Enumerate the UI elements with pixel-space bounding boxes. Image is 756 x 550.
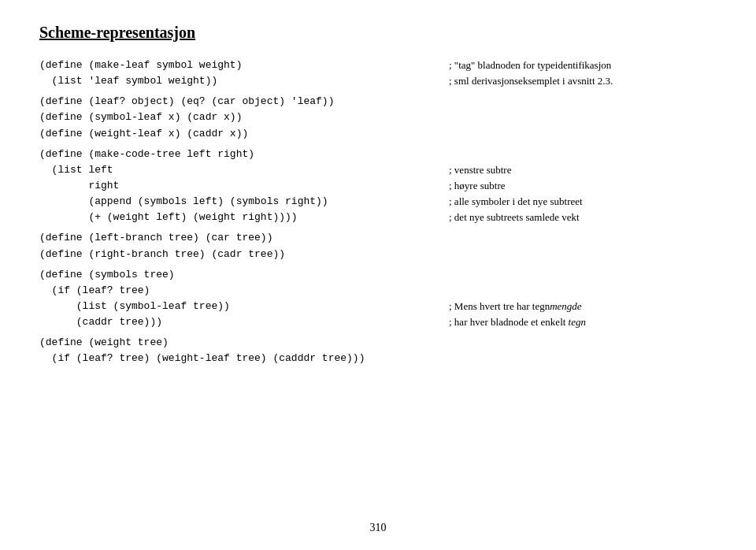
code-line-11: (define (left-branch tree) (car tree)) xyxy=(39,230,717,246)
code-left-17: (define (weight tree) xyxy=(39,335,449,351)
code-line-2: (list 'leaf symbol weight)) ; sml deriva… xyxy=(39,73,717,89)
code-line-17: (define (weight tree) xyxy=(39,335,717,351)
page-number: 310 xyxy=(370,522,387,534)
code-left-1: (define (make-leaf symbol weight) xyxy=(39,58,449,73)
code-line-1: (define (make-leaf symbol weight) ; "tag… xyxy=(39,58,717,73)
code-line-6: (define (make-code-tree left right) xyxy=(39,147,717,162)
code-left-12: (define (right-branch tree) (cadr tree)) xyxy=(39,247,449,262)
code-left-4: (define (symbol-leaf x) (cadr x)) xyxy=(39,110,449,125)
code-left-6: (define (make-code-tree left right) xyxy=(39,147,449,162)
code-left-3: (define (leaf? object) (eq? (car object)… xyxy=(39,94,449,110)
code-left-14: (if (leaf? tree) xyxy=(39,283,449,299)
code-right-6 xyxy=(449,147,717,162)
code-line-12: (define (right-branch tree) (cadr tree)) xyxy=(39,247,717,262)
code-right-14 xyxy=(449,283,717,299)
code-left-10: (+ (weight left) (weight right)))) xyxy=(39,210,449,225)
code-right-11 xyxy=(449,230,717,246)
code-line-5: (define (weight-leaf x) (caddr x)) xyxy=(39,126,717,142)
code-left-8: right xyxy=(39,178,449,194)
code-right-18 xyxy=(449,351,717,366)
code-comment-10: ; det nye subtreets samlede vekt xyxy=(449,210,717,225)
mengde-italic: mengde xyxy=(550,300,581,312)
code-line-16: (caddr tree))) ; har hver bladnode et en… xyxy=(39,314,717,330)
code-section: (define (make-leaf symbol weight) ; "tag… xyxy=(39,58,717,367)
code-line-8: right ; høyre subtre xyxy=(39,178,717,194)
code-right-12 xyxy=(449,247,717,262)
code-right-5 xyxy=(449,126,717,142)
code-line-4: (define (symbol-leaf x) (cadr x)) xyxy=(39,110,717,125)
page-title: Scheme-representasjon xyxy=(39,24,717,42)
code-line-7: (list left ; venstre subtre xyxy=(39,162,717,178)
code-line-14: (if (leaf? tree) xyxy=(39,283,717,299)
code-left-9: (append (symbols left) (symbols right)) xyxy=(39,194,449,210)
code-comment-15: ; Mens hvert tre har tegnmengde xyxy=(449,299,717,314)
code-line-15: (list (symbol-leaf tree)) ; Mens hvert t… xyxy=(39,299,717,314)
code-comment-9: ; alle symboler i det nye subtreet xyxy=(449,194,717,210)
code-line-9: (append (symbols left) (symbols right)) … xyxy=(39,194,717,210)
tegn-italic: tegn xyxy=(569,316,586,328)
page-container: Scheme-representasjon (define (make-leaf… xyxy=(0,0,756,550)
code-left-15: (list (symbol-leaf tree)) xyxy=(39,299,449,314)
code-left-18: (if (leaf? tree) (weight-leaf tree) (cad… xyxy=(39,351,449,366)
code-right-17 xyxy=(449,335,717,351)
code-right-3 xyxy=(449,94,717,110)
code-comment-16: ; har hver bladnode et enkelt tegn xyxy=(449,314,717,330)
code-comment-7: ; venstre subtre xyxy=(449,162,717,178)
code-comment-8: ; høyre subtre xyxy=(449,178,717,194)
code-left-5: (define (weight-leaf x) (caddr x)) xyxy=(39,126,449,142)
code-line-10: (+ (weight left) (weight right)))) ; det… xyxy=(39,210,717,225)
code-left-11: (define (left-branch tree) (car tree)) xyxy=(39,230,449,246)
code-left-13: (define (symbols tree) xyxy=(39,267,449,283)
code-line-3: (define (leaf? object) (eq? (car object)… xyxy=(39,94,717,110)
code-left-7: (list left xyxy=(39,162,449,178)
code-left-16: (caddr tree))) xyxy=(39,314,449,330)
code-line-13: (define (symbols tree) xyxy=(39,267,717,283)
code-line-18: (if (leaf? tree) (weight-leaf tree) (cad… xyxy=(39,351,717,366)
code-comment-2: ; sml derivasjonseksemplet i avsnitt 2.3… xyxy=(449,73,717,89)
code-right-4 xyxy=(449,110,717,125)
code-right-13 xyxy=(449,267,717,283)
code-left-2: (list 'leaf symbol weight)) xyxy=(39,73,449,89)
code-comment-1: ; "tag" bladnoden for typeidentifikasjon xyxy=(449,58,717,73)
